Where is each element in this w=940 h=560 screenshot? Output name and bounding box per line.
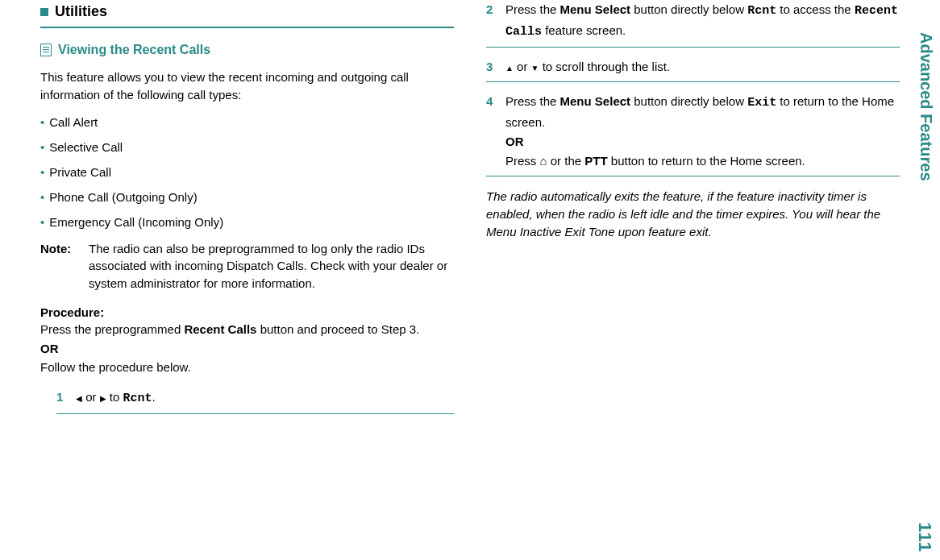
section-title: Utilities <box>55 3 107 20</box>
text-bold: Menu Select <box>560 94 631 108</box>
list-item: •Call Alert <box>40 115 454 129</box>
step-number: 3 <box>486 57 505 77</box>
step-2: 2 Press the Menu Select button directly … <box>486 0 900 42</box>
step-number: 2 <box>486 0 505 42</box>
intro-text: This feature allows you to view the rece… <box>40 68 454 104</box>
list-item-label: Call Alert <box>49 115 98 129</box>
procedure-intro: Press the preprogrammed Recent Calls but… <box>40 321 454 338</box>
subsection-header: Viewing the Recent Calls <box>40 43 454 57</box>
list-item: •Private Call <box>40 165 454 179</box>
text: or <box>514 60 531 73</box>
arrow-up-icon <box>505 60 514 73</box>
text: to scroll through the list. <box>539 60 671 73</box>
document-icon <box>40 44 52 56</box>
code-text: Rcnt <box>747 4 776 18</box>
text: Press the preprogrammed <box>40 322 184 336</box>
procedure-intro-2: Follow the procedure below. <box>40 359 454 376</box>
side-tab-label: Advanced Features <box>917 32 935 181</box>
step-body: or to Rcnt. <box>76 388 454 409</box>
text: . <box>152 390 156 404</box>
subsection-title: Viewing the Recent Calls <box>58 43 210 57</box>
square-bullet-icon <box>40 8 48 16</box>
note-block: Note: The radio can also be preprogramme… <box>40 240 454 292</box>
arrow-down-icon <box>531 60 539 73</box>
text-bold: PTT <box>584 154 607 168</box>
step-body: Press the Menu Select button directly be… <box>505 0 900 42</box>
list-item-label: Private Call <box>49 165 111 179</box>
text: button to return to the Home screen. <box>608 154 805 168</box>
text-bold: OR <box>505 135 524 148</box>
procedure-or: OR <box>40 340 454 358</box>
step-body: or to scroll through the list. <box>505 57 900 77</box>
step-divider <box>486 81 900 82</box>
section-header: Utilities <box>40 3 454 20</box>
bullet-icon: • <box>40 215 44 229</box>
note-label: Note: <box>40 240 89 292</box>
step-number: 1 <box>56 388 76 409</box>
text: to <box>106 390 123 404</box>
list-item: •Emergency Call (Incoming Only) <box>40 215 454 229</box>
procedure-label: Procedure: <box>40 305 454 319</box>
code-text: Rcnt <box>123 392 152 405</box>
footnote-text: The radio automatically exits the featur… <box>486 188 900 240</box>
bullet-icon: • <box>40 190 44 204</box>
list-item-label: Emergency Call (Incoming Only) <box>49 215 223 229</box>
arrow-left-icon <box>76 390 82 404</box>
step-4: 4 Press the Menu Select button directly … <box>486 92 900 171</box>
bullet-icon: • <box>40 165 44 179</box>
code-text: Exit <box>747 96 776 110</box>
text: Press <box>505 154 540 168</box>
text: Press the <box>505 2 560 16</box>
text: to access the <box>776 2 855 16</box>
text: button and proceed to Step 3. <box>256 322 419 336</box>
page-number: 111 <box>914 522 935 552</box>
text: button directly below <box>630 2 747 16</box>
list-item-label: Phone Call (Outgoing Only) <box>49 190 197 204</box>
bullet-icon: • <box>40 115 44 129</box>
note-body: The radio can also be preprogrammed to l… <box>89 240 454 292</box>
step-body: Press the Menu Select button directly be… <box>505 92 900 171</box>
step-3: 3 or to scroll through the list. <box>486 57 900 77</box>
text: button directly below <box>630 94 747 108</box>
step-divider <box>486 47 900 48</box>
step-divider <box>486 176 900 176</box>
step-divider <box>56 413 454 414</box>
bullet-icon: • <box>40 140 44 154</box>
text: Press the <box>505 94 560 108</box>
list-item-label: Selective Call <box>49 140 123 154</box>
text-bold: Menu Select <box>560 2 631 16</box>
step-1: 1 or to Rcnt. <box>40 388 454 409</box>
text: or <box>82 390 100 404</box>
arrow-right-icon <box>100 390 106 404</box>
list-item: •Phone Call (Outgoing Only) <box>40 190 454 204</box>
step-number: 4 <box>486 92 505 171</box>
list-item: •Selective Call <box>40 140 454 154</box>
text: or the <box>547 154 585 168</box>
text: feature screen. <box>542 23 626 37</box>
home-icon <box>540 154 547 168</box>
text-bold: Recent Calls <box>184 322 256 336</box>
section-divider <box>40 27 454 28</box>
